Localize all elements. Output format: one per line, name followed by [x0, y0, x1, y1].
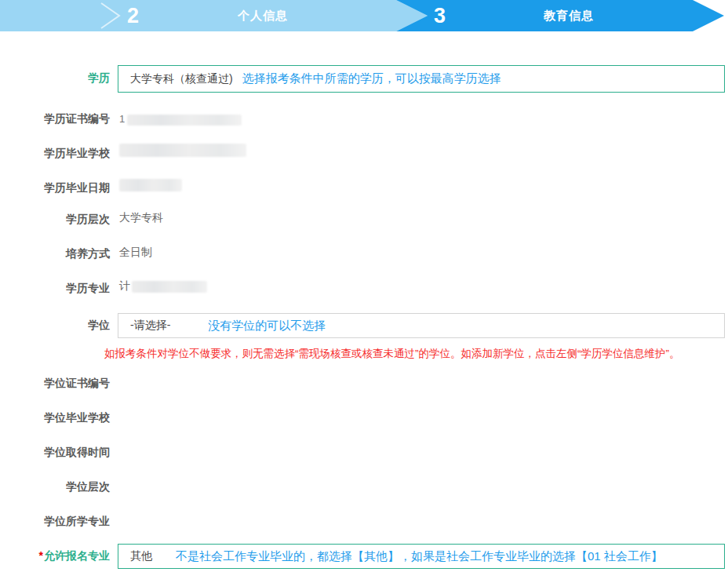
allowed-major-label-text: 允许报名专业 — [44, 549, 110, 562]
edu-school-row: 学历毕业学校 — [0, 144, 728, 163]
allowed-major-select[interactable]: 其他 不是社会工作专业毕业的，都选择【其他】，如果是社会工作专业毕业的选择【01… — [118, 544, 725, 569]
degree-select[interactable]: -请选择- 没有学位的可以不选择 — [118, 313, 725, 338]
edu-cert-no-prefix: 1 — [119, 113, 125, 125]
degree-label: 学位 — [0, 319, 110, 333]
chevron-divider-icon — [99, 0, 122, 31]
redacted-value — [132, 281, 207, 293]
education-label: 学历 — [0, 71, 110, 86]
education-select[interactable]: 大学专科（核查通过) 选择报考条件中所需的学历，可以按最高学历选择 — [118, 65, 725, 93]
edu-level-label: 学历层次 — [0, 213, 110, 227]
degree-major-row: 学位所学专业 — [0, 512, 728, 531]
redacted-value — [127, 115, 242, 126]
step-3-label: 教育信息 — [518, 9, 620, 24]
edu-mode-row: 培养方式 全日制 — [0, 245, 728, 264]
degree-major-label: 学位所学专业 — [0, 515, 110, 529]
redacted-value — [119, 179, 182, 191]
education-hint: 选择报考条件中所需的学历，可以按最高学历选择 — [242, 71, 501, 86]
degree-hint: 没有学位的可以不选择 — [208, 319, 326, 333]
required-asterisk: * — [39, 549, 43, 562]
edu-level-value: 大学专科 — [119, 211, 163, 225]
degree-level-row: 学位层次 — [0, 478, 728, 497]
allowed-major-value: 其他 — [130, 549, 152, 563]
edu-major-row: 学历专业 计 — [0, 279, 728, 298]
step-wizard: 2 个人信息 3 教育信息 — [0, 0, 728, 31]
degree-date-row: 学位取得时间 — [0, 443, 728, 462]
edu-school-label: 学历毕业学校 — [0, 147, 110, 161]
edu-date-label: 学历毕业日期 — [0, 181, 110, 195]
edu-date-row: 学历毕业日期 — [0, 179, 728, 198]
edu-cert-no-row: 学历证书编号 1 — [0, 110, 728, 129]
allowed-major-label: *允许报名专业 — [0, 549, 110, 563]
degree-value: -请选择- — [130, 319, 170, 333]
degree-school-label: 学位毕业学校 — [0, 411, 110, 425]
education-info-form-page: 2 个人信息 3 教育信息 学历 大学专科（核查通过) 选择报考条件中所需的学历… — [0, 0, 728, 572]
degree-cert-no-label: 学位证书编号 — [0, 377, 110, 391]
education-value: 大学专科（核查通过) — [130, 72, 233, 86]
edu-major-label: 学历专业 — [0, 282, 110, 296]
edu-cert-no-label: 学历证书编号 — [0, 112, 110, 126]
edu-level-row: 学历层次 大学专科 — [0, 210, 728, 229]
edu-mode-label: 培养方式 — [0, 247, 110, 261]
degree-date-label: 学位取得时间 — [0, 446, 110, 460]
step-3-number: 3 — [434, 3, 446, 28]
degree-level-label: 学位层次 — [0, 480, 110, 494]
degree-cert-no-row: 学位证书编号 — [0, 374, 728, 393]
redacted-value — [119, 144, 246, 157]
step-2-label: 个人信息 — [212, 9, 314, 24]
degree-school-row: 学位毕业学校 — [0, 409, 728, 428]
edu-major-prefix: 计 — [119, 279, 130, 293]
edu-mode-value: 全日制 — [119, 246, 152, 260]
degree-warning-text: 如报考条件对学位不做要求，则无需选择“需现场核查或核查未通过”的学位。如添加新学… — [104, 347, 728, 361]
step-2-number: 2 — [127, 3, 139, 28]
allowed-major-hint: 不是社会工作专业毕业的，都选择【其他】，如果是社会工作专业毕业的选择【01 社会… — [176, 549, 663, 564]
